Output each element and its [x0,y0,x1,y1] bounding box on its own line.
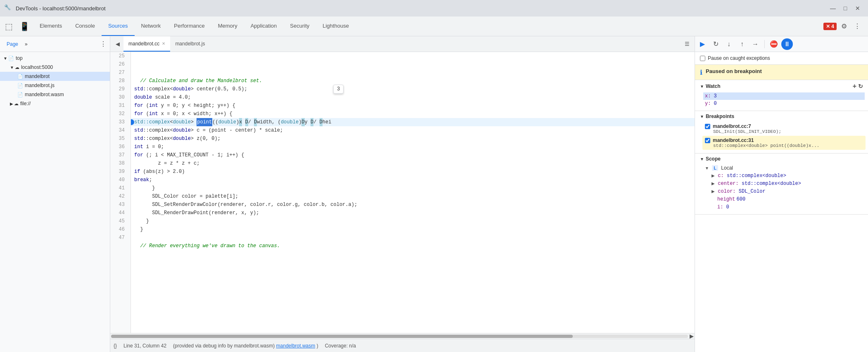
pause-button[interactable]: ⏸ [781,38,793,50]
line-num-35: 35 [110,135,127,143]
code-tab-nav-left[interactable]: ◀ [112,41,123,47]
scroll-thumb[interactable] [111,335,573,338]
code-scroll[interactable]: // Calculate and draw the Mandelbrot set… [131,52,695,333]
nav-right: ✕ 4 ⚙ ⋮ [820,21,866,32]
right-panel: ▶ ↻ ↓ ↑ → ⛔ ⏸ Pause on caught exceptions… [695,36,868,352]
line-num-33: 33 [110,118,127,126]
device-icon[interactable]: 📱 [16,21,33,31]
close-button[interactable]: ✕ [851,2,864,14]
step-out-button[interactable]: ↑ [736,38,748,50]
tree-item-file---[interactable]: ▶☁file:// [0,99,110,108]
close-tab-mandelbrot-cc[interactable]: ✕ [162,41,165,46]
nav-tab-application[interactable]: Application [244,17,284,36]
line-num-27: 27 [110,69,127,77]
line-num-38: 38 [110,159,127,168]
nav-tab-sources[interactable]: Sources [102,17,135,36]
error-badge[interactable]: ✕ 4 [823,23,837,30]
watch-item-x: x: 3 [703,92,865,100]
scope-local-items: ▶ c: std::complex<double> ▶ center: std:… [705,172,863,211]
scope-item-c[interactable]: ▶ c: std::complex<double> [711,172,863,180]
line-num-26: 26 [110,60,127,69]
status-info: (provided via debug info by mandelbrot.w… [173,343,318,349]
line-num-29: 29 [110,85,127,93]
status-bar: {} Line 31, Column 42 (provided via debu… [110,339,695,352]
sidebar-more-button[interactable]: ⋮ [100,40,107,48]
tree-item-mandelbrot[interactable]: 📄mandelbrot [0,72,110,81]
breakpoints-header[interactable]: ▼ Breakpoints [695,111,868,122]
code-tab-mandelbrot-cc[interactable]: mandelbrot.cc ✕ [123,36,170,52]
nav-tab-security[interactable]: Security [283,17,316,36]
nav-tab-performance[interactable]: Performance [167,17,211,36]
code-line-45 [131,234,695,242]
nav-tab-lighthouse[interactable]: Lighthouse [316,17,356,36]
code-line-37: if (abs(z) > 2.0) [131,168,695,176]
code-line-27: std::complex<double> center(0.5, 0.5); [131,85,695,93]
code-content-wrapper: 2526272829303132333435363738394041424344… [110,52,695,333]
status-position: Line 31, Column 42 [123,343,166,349]
breakpoint-item-2: mandelbrot.cc:31 std::complex<double> po… [702,136,866,150]
nav-tab-memory[interactable]: Memory [211,17,244,36]
tree-item-top[interactable]: ▼📄top [0,54,110,63]
maximize-button[interactable]: □ [839,2,851,14]
scope-local-header[interactable]: ▼ L Local [705,164,863,172]
breakpoint-2-checkbox[interactable] [705,138,710,143]
more-icon[interactable]: ⋮ [851,21,863,32]
watch-header[interactable]: ▼ Watch + ↻ [695,80,868,92]
horizontal-scrollbar[interactable]: ▶ [110,333,695,339]
watch-section: ▼ Watch + ↻ x: 3 y: 0 [695,80,868,111]
minimize-button[interactable]: — [827,2,839,14]
pause-on-exceptions: Pause on caught exceptions [695,52,868,65]
code-tab-mandelbrot-js[interactable]: mandelbrot.js [170,36,210,52]
code-line-31: std::complex<double> point((double)x D/ … [131,118,695,126]
scope-item-center[interactable]: ▶ center: std::complex<double> [711,180,863,187]
nav-tab-elements[interactable]: Elements [33,17,69,36]
nav-tab-console[interactable]: Console [69,17,102,36]
watch-refresh-button[interactable]: ↻ [858,83,863,90]
line-num-37: 37 [110,151,127,159]
toolbar-separator [764,40,765,48]
scroll-right-arrow[interactable]: ▶ [690,333,694,339]
code-line-41: SDL_SetRenderDrawColor(renderer, color.r… [131,201,695,209]
step-button[interactable]: → [749,38,761,50]
step-over-button[interactable]: ↻ [710,38,721,50]
code-lines: // Calculate and draw the Mandelbrot set… [131,52,695,258]
scope-item-i: i: 0 [711,203,863,211]
wasm-link[interactable]: mandelbrot.wasm [276,343,315,349]
code-line-44: } [131,225,695,234]
watch-add-button[interactable]: + [853,83,856,90]
tree-item-mandelbrot-wasm[interactable]: 📄mandelbrot.wasm [0,90,110,99]
paused-text: Paused on breakpoint [706,68,762,74]
code-line-33: std::complex<double> z(0, 0); [131,135,695,143]
nav-tab-network[interactable]: Network [135,17,168,36]
code-line-30: for (int x = 0; x < width; x++) { [131,110,695,118]
tree-item-mandelbrot-js[interactable]: 📄mandelbrot.js [0,81,110,90]
sidebar-tab-page[interactable]: Page [3,40,21,49]
tree-item-localhost-5000[interactable]: ▼☁localhost:5000 [0,63,110,72]
scope-item-color[interactable]: ▶ color: SDL_Color [711,187,863,195]
breakpoint-1-code: SDL_Init(SDL_INIT_VIDEO); [713,129,863,134]
deactivate-breakpoints-button[interactable]: ⛔ [768,38,780,50]
scope-header[interactable]: ▼ Scope [695,154,868,164]
format-button[interactable]: {} [114,343,117,349]
resume-button[interactable]: ▶ [697,38,708,50]
nav-tabs: ElementsConsoleSourcesNetworkPerformance… [33,17,820,36]
code-line-36: z = z * z + c; [131,159,695,168]
breakpoint-item-1: mandelbrot.cc:7 SDL_Init(SDL_INIT_VIDEO)… [705,122,863,136]
line-num-47: 47 [110,234,127,242]
line-num-45: 45 [110,217,127,225]
code-tab-nav-right[interactable]: ☰ [681,41,693,47]
pause-checkbox[interactable] [700,56,705,61]
step-into-button[interactable]: ↓ [723,38,735,50]
settings-icon[interactable]: ⚙ [838,21,850,32]
line-num-42: 42 [110,192,127,201]
local-type-badge: L [712,165,718,171]
top-navbar: ⬚ 📱 ElementsConsoleSourcesNetworkPerform… [0,17,868,36]
line-numbers: 2526272829303132333435363738394041424344… [110,52,131,333]
code-line-42: SDL_RenderDrawPoint(renderer, x, y); [131,209,695,217]
code-line-38: break; [131,176,695,184]
code-line-32: std::complex<double> c = (point - center… [131,126,695,135]
sidebar-tab-more[interactable]: » [21,40,31,49]
breakpoint-1-checkbox[interactable] [705,124,710,129]
breakpoint-2-file: mandelbrot.cc:31 [713,137,754,143]
inspect-icon[interactable]: ⬚ [2,21,16,31]
